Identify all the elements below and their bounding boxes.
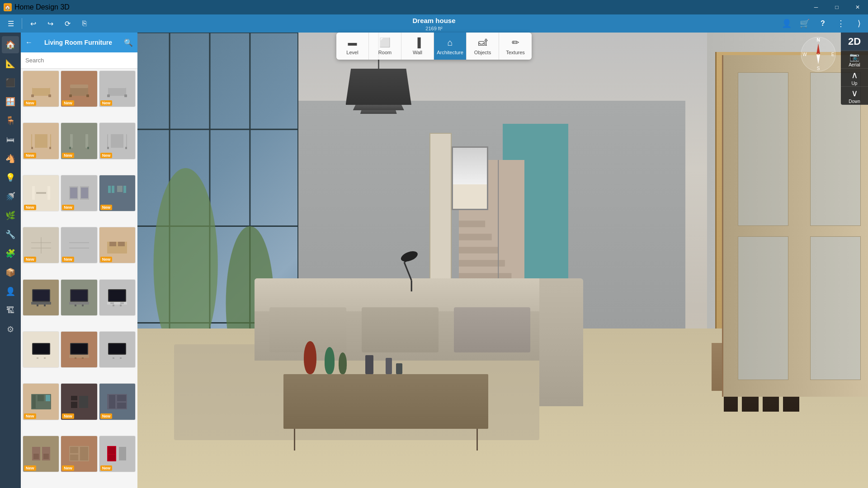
new-badge: New <box>62 465 74 471</box>
svg-rect-16 <box>108 84 126 88</box>
svg-rect-71 <box>110 302 114 304</box>
furniture-item[interactable]: New <box>23 175 59 211</box>
furniture-item[interactable]: New <box>61 383 97 420</box>
nav-objects[interactable]: 🛋 Objects <box>467 33 499 60</box>
svg-rect-17 <box>107 94 110 97</box>
furniture-item[interactable]: New <box>99 70 136 107</box>
nav-architecture[interactable]: ⌂ Architecture <box>434 33 467 60</box>
svg-rect-88 <box>113 357 114 359</box>
nav-wall[interactable]: ▐ Wall <box>401 33 434 60</box>
menu-button[interactable]: ☰ <box>4 16 18 31</box>
furniture-item[interactable] <box>23 279 59 316</box>
svg-rect-21 <box>47 134 50 148</box>
furniture-item[interactable]: New <box>99 122 136 159</box>
svg-rect-96 <box>71 402 77 408</box>
svg-rect-45 <box>112 186 114 193</box>
furniture-item[interactable]: New <box>99 175 136 211</box>
view-aerial-button[interactable]: 📷 Aerial <box>841 51 868 69</box>
app-icon: 🏠 <box>4 3 12 11</box>
furniture-item[interactable]: New <box>61 122 97 159</box>
furniture-item[interactable] <box>61 279 97 316</box>
category-home[interactable]: 🏠 <box>2 36 19 53</box>
furniture-item[interactable] <box>61 331 97 368</box>
category-misc1[interactable]: 🧩 <box>2 245 19 262</box>
furniture-item[interactable] <box>99 331 136 368</box>
furniture-item[interactable]: New <box>23 227 59 263</box>
new-badge: New <box>100 413 113 419</box>
furniture-item[interactable]: New <box>61 436 97 472</box>
svg-rect-132 <box>459 247 498 254</box>
category-bedroom[interactable]: 🛏 <box>2 131 19 148</box>
category-plan[interactable]: 📐 <box>2 55 19 72</box>
furniture-item[interactable]: New <box>99 436 136 472</box>
category-lighting[interactable]: 💡 <box>2 169 19 186</box>
furniture-item[interactable] <box>99 279 136 316</box>
svg-rect-106 <box>43 454 49 459</box>
toolbar: ☰ ↩ ↪ ⟳ ⎘ <box>0 14 868 33</box>
category-settings[interactable]: ⚙ <box>2 321 19 338</box>
top-navigation: ▬ Level ⬜ Room ▐ Wall ⌂ Architecture 🛋 O… <box>336 33 532 60</box>
viewport[interactable] <box>137 33 868 488</box>
nav-textures[interactable]: ✏ Textures <box>499 33 532 60</box>
furniture-grid: New New New New <box>21 69 137 488</box>
view-down-button[interactable]: ∨ Down <box>841 87 868 105</box>
category-construction[interactable]: 🏗 <box>2 302 19 319</box>
panel-header: ← Living Room Furniture 🔍 <box>21 33 137 52</box>
furniture-item[interactable]: New <box>23 383 59 420</box>
svg-rect-37 <box>36 192 46 194</box>
furniture-item[interactable] <box>23 331 59 368</box>
redo-button[interactable]: ↪ <box>43 16 57 31</box>
furniture-item[interactable]: New <box>23 436 59 472</box>
category-walls[interactable]: 🪟 <box>2 93 19 110</box>
help-button[interactable]: ? <box>814 14 832 33</box>
svg-line-137 <box>404 262 411 280</box>
svg-rect-28 <box>87 147 89 149</box>
minimize-button[interactable]: ─ <box>806 0 826 14</box>
category-decor[interactable]: 🐴 <box>2 150 19 167</box>
collapse-button[interactable]: ⟩ <box>850 14 868 33</box>
nav-level[interactable]: ▬ Level <box>336 33 369 60</box>
category-person[interactable]: 👤 <box>2 283 19 300</box>
panel-back-button[interactable]: ← <box>25 38 33 47</box>
view-up-button[interactable]: ∧ Up <box>841 69 868 87</box>
down-arrow-icon: ∨ <box>851 88 858 99</box>
category-furniture[interactable]: 🪑 <box>2 112 19 129</box>
panel-search-button[interactable]: 🔍 <box>124 38 133 47</box>
furniture-item[interactable]: New <box>23 70 59 107</box>
category-plants[interactable]: 🌿 <box>2 207 19 224</box>
close-button[interactable]: ✕ <box>847 0 868 14</box>
svg-rect-105 <box>33 454 39 459</box>
category-misc2[interactable]: 📦 <box>2 264 19 281</box>
svg-rect-33 <box>125 147 127 149</box>
copy-button[interactable]: ⎘ <box>77 16 92 31</box>
furniture-item[interactable]: New <box>99 383 136 420</box>
search-input[interactable] <box>25 57 133 64</box>
refresh-button[interactable]: ⟳ <box>60 16 75 31</box>
nav-room[interactable]: ⬜ Room <box>369 33 401 60</box>
account-button[interactable]: 👤 <box>778 14 796 33</box>
category-fixtures[interactable]: 🔧 <box>2 226 19 243</box>
category-bathroom[interactable]: 🚿 <box>2 188 19 205</box>
furniture-thumbnail <box>23 332 59 367</box>
undo-button[interactable]: ↩ <box>26 16 40 31</box>
category-floor[interactable]: ⬛ <box>2 74 19 91</box>
furniture-item[interactable]: New <box>23 122 59 159</box>
svg-rect-69 <box>109 290 125 301</box>
svg-rect-62 <box>44 305 46 306</box>
svg-rect-79 <box>44 357 46 359</box>
level-icon: ▬ <box>348 38 357 48</box>
svg-rect-31 <box>123 134 126 148</box>
maximize-button[interactable]: □ <box>826 0 847 14</box>
svg-text:E: E <box>831 52 835 57</box>
furniture-item[interactable]: New <box>61 227 97 263</box>
furniture-thumbnail <box>61 332 97 367</box>
furniture-item[interactable]: New <box>61 175 97 211</box>
svg-rect-61 <box>37 305 38 306</box>
more-button[interactable]: ⋮ <box>832 14 850 33</box>
furniture-item[interactable]: New <box>61 70 97 107</box>
furniture-thumbnail <box>99 280 135 315</box>
store-button[interactable]: 🛒 <box>796 14 814 33</box>
view-2d-button[interactable]: 2D <box>841 33 868 51</box>
furniture-item[interactable]: New <box>99 227 136 263</box>
new-badge: New <box>62 205 74 210</box>
